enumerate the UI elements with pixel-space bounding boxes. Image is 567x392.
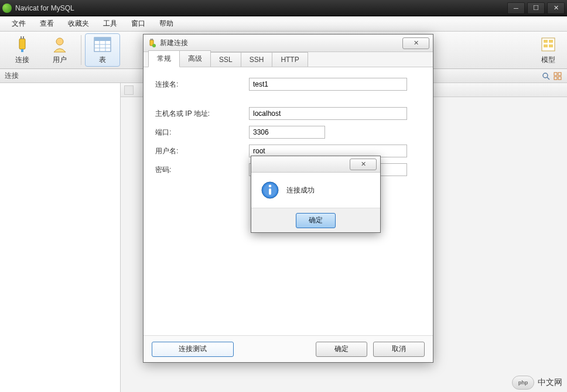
tab-ssl[interactable]: SSL	[210, 52, 241, 67]
menu-bar: 文件 查看 收藏夹 工具 窗口 帮助	[0, 16, 567, 32]
svg-rect-21	[558, 77, 561, 80]
row-port: 端口:	[155, 126, 421, 139]
tab-advanced[interactable]: 高级	[179, 50, 211, 67]
tab-http[interactable]: HTTP	[272, 52, 308, 67]
dialog-ok-button[interactable]: 确定	[316, 342, 367, 357]
menu-favorites[interactable]: 收藏夹	[61, 16, 96, 31]
label-password: 密码:	[155, 165, 249, 175]
watermark-logo: php	[512, 376, 534, 390]
menu-window[interactable]: 窗口	[124, 16, 152, 31]
tab-general[interactable]: 常规	[148, 50, 180, 67]
test-connection-button[interactable]: 连接测试	[152, 342, 234, 357]
msgbox-ok-button[interactable]: 确定	[296, 213, 336, 228]
svg-rect-2	[23, 36, 24, 39]
minimize-button[interactable]: ─	[507, 2, 525, 14]
svg-rect-1	[21, 36, 22, 39]
svg-point-29	[269, 185, 272, 188]
close-button[interactable]: ✕	[547, 2, 565, 14]
svg-rect-12	[544, 40, 548, 43]
watermark-text: 中文网	[538, 377, 562, 388]
svg-rect-13	[549, 40, 553, 43]
msgbox-text: 连接成功	[286, 185, 315, 195]
toolbar-model[interactable]: 模型	[531, 33, 566, 67]
dialog-titlebar[interactable]: 新建连接 ✕	[144, 35, 433, 52]
input-host[interactable]	[249, 107, 407, 120]
message-box: ✕ 连接成功 确定	[251, 156, 381, 233]
row-host: 主机名或 IP 地址:	[155, 107, 421, 120]
label-port: 端口:	[155, 128, 249, 137]
svg-point-16	[543, 73, 548, 78]
tab-ssh[interactable]: SSH	[241, 52, 273, 67]
label-username: 用户名:	[155, 146, 249, 156]
user-icon	[50, 35, 69, 54]
table-icon	[93, 35, 112, 54]
dialog-cancel-button[interactable]: 取消	[373, 342, 425, 357]
watermark: php 中文网	[512, 376, 562, 390]
maximize-button[interactable]: ☐	[527, 2, 545, 14]
svg-rect-14	[544, 44, 548, 47]
dialog-title: 新建连接	[160, 38, 402, 48]
msgbox-body: 连接成功	[251, 173, 380, 208]
toolbar-user[interactable]: 用户	[42, 33, 77, 67]
content-tool-icon[interactable]	[124, 85, 134, 95]
dialog-tabs: 常规 高级 SSL SSH HTTP	[144, 52, 433, 67]
svg-rect-28	[269, 188, 271, 195]
connection-icon	[147, 39, 156, 48]
dialog-close-button[interactable]: ✕	[402, 37, 429, 49]
svg-rect-23	[151, 39, 152, 40]
label-host: 主机名或 IP 地址:	[155, 109, 249, 119]
input-port[interactable]	[249, 126, 325, 139]
svg-rect-6	[94, 37, 111, 41]
toolbar-connect-label: 连接	[15, 55, 29, 65]
svg-rect-20	[554, 77, 557, 80]
search-icon[interactable]	[541, 71, 551, 81]
app-title: Navicat for MySQL	[15, 4, 505, 12]
toolbar-table-label: 表	[99, 55, 106, 65]
svg-rect-3	[21, 49, 23, 52]
toolbar-separator	[81, 35, 81, 65]
svg-rect-15	[549, 44, 553, 47]
grid-view-icon[interactable]	[553, 71, 562, 81]
dialog-footer: 连接测试 确定 取消	[144, 335, 433, 362]
menu-tools[interactable]: 工具	[96, 16, 124, 31]
info-icon	[261, 181, 279, 200]
label-connection-name: 连接名:	[155, 80, 249, 90]
svg-rect-18	[554, 73, 557, 75]
msgbox-close-button[interactable]: ✕	[350, 159, 377, 170]
window-titlebar: Navicat for MySQL ─ ☐ ✕	[0, 0, 567, 16]
menu-help[interactable]: 帮助	[152, 16, 180, 31]
toolbar-user-label: 用户	[53, 55, 67, 65]
model-icon	[539, 35, 558, 54]
menu-file[interactable]: 文件	[5, 16, 33, 31]
toolbar-model-label: 模型	[541, 55, 555, 65]
input-connection-name[interactable]	[249, 78, 407, 91]
svg-rect-19	[558, 73, 561, 75]
msgbox-titlebar[interactable]: ✕	[251, 156, 380, 173]
app-icon	[2, 4, 12, 13]
svg-line-17	[547, 77, 549, 80]
svg-rect-24	[152, 39, 153, 40]
svg-rect-0	[19, 39, 25, 49]
menu-view[interactable]: 查看	[33, 16, 61, 31]
toolbar-table[interactable]: 表	[85, 33, 120, 67]
msgbox-footer: 确定	[251, 208, 380, 232]
toolbar-connect[interactable]: 连接	[5, 33, 40, 67]
window-buttons: ─ ☐ ✕	[505, 2, 565, 14]
connection-tree[interactable]	[0, 83, 121, 392]
plug-icon	[13, 35, 32, 54]
svg-point-4	[56, 38, 63, 45]
row-connection-name: 连接名:	[155, 78, 421, 91]
svg-point-25	[152, 44, 156, 47]
connection-label: 连接	[5, 71, 19, 81]
